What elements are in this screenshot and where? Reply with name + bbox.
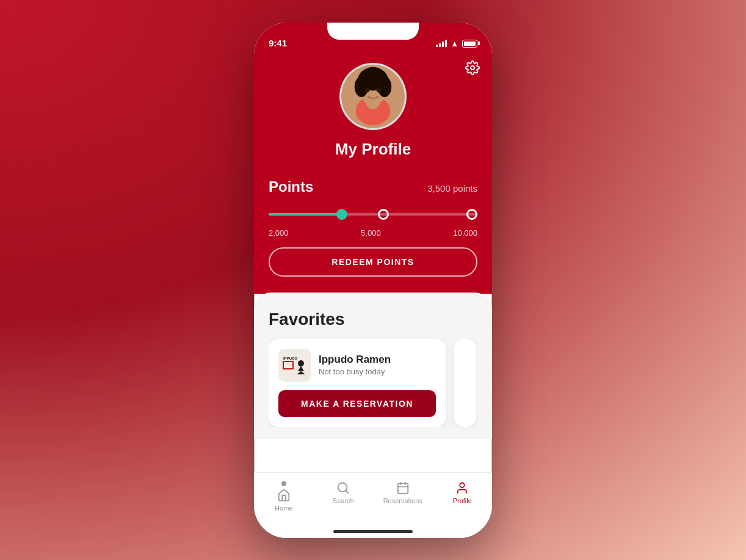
tab-search-label: Search — [333, 497, 354, 504]
avatar — [339, 63, 407, 130]
tab-bar: Home Search Reservations Profile — [254, 472, 492, 523]
milestone-label-10000: 10,000 — [453, 228, 477, 238]
favorites-title: Favorites — [269, 310, 477, 329]
favorite-card-peek — [454, 339, 476, 427]
redeem-points-button[interactable]: REDEEM POINTS — [269, 247, 477, 277]
favorites-scroll[interactable]: IPPUDO Ippudo Ramen Not too busy today — [269, 339, 477, 427]
favorite-card-ippudo: IPPUDO Ippudo Ramen Not too busy today — [269, 339, 446, 427]
milestone-5000 — [378, 209, 389, 220]
svg-point-10 — [377, 87, 382, 92]
svg-point-0 — [471, 66, 474, 70]
points-header: Points 3,500 points — [269, 178, 477, 195]
milestone-10000 — [466, 209, 477, 220]
milestone-label-2000: 2,000 — [269, 228, 289, 238]
settings-button[interactable] — [465, 60, 480, 79]
restaurant-logo-ippudo: IPPUDO — [278, 349, 311, 382]
home-icon-svg — [277, 489, 291, 502]
svg-point-15 — [298, 360, 304, 366]
restaurant-name: Ippudo Ramen — [319, 354, 391, 366]
svg-point-8 — [361, 67, 385, 82]
tab-home[interactable]: Home — [254, 479, 314, 512]
tab-search[interactable]: Search — [314, 479, 374, 504]
points-value: 3,500 points — [427, 183, 477, 194]
phone-notch — [327, 23, 419, 40]
tab-home-label: Home — [275, 504, 292, 512]
points-progress-track — [269, 205, 477, 224]
svg-point-22 — [460, 482, 465, 487]
milestone-labels: 2,000 5,000 10,000 — [269, 228, 477, 238]
scroll-content: My Profile Points 3,500 points — [254, 53, 492, 472]
points-label: Points — [269, 178, 313, 195]
svg-line-17 — [346, 490, 349, 493]
svg-rect-13 — [284, 362, 292, 368]
svg-point-9 — [365, 87, 370, 92]
track-fill — [269, 213, 342, 216]
profile-name: My Profile — [335, 140, 411, 159]
make-reservation-button[interactable]: MAKE A RESERVATION — [278, 390, 436, 417]
wifi-icon: ▲ — [451, 39, 458, 48]
tab-profile[interactable]: Profile — [433, 479, 493, 504]
tab-profile-label: Profile — [453, 497, 472, 504]
profile-header: My Profile — [254, 53, 492, 178]
milestone-label-5000: 5,000 — [361, 228, 381, 238]
milestone-dot-2000 — [336, 209, 347, 220]
home-icon — [281, 481, 286, 486]
search-icon — [336, 481, 350, 495]
restaurant-info-ippudo: Ippudo Ramen Not too busy today — [319, 354, 391, 376]
phone-frame: 9:41 ▲ — [254, 23, 492, 538]
restaurant-status: Not too busy today — [319, 367, 391, 376]
svg-rect-18 — [398, 483, 408, 493]
tab-reservations[interactable]: Reservations — [373, 479, 433, 504]
svg-text:IPPUDO: IPPUDO — [283, 357, 297, 360]
status-time: 9:41 — [269, 38, 287, 48]
tab-reservations-label: Reservations — [383, 497, 422, 504]
status-icons: ▲ — [436, 39, 477, 48]
milestone-dot-5000 — [378, 209, 389, 220]
home-indicator — [333, 530, 413, 533]
milestone-dot-10000 — [466, 209, 477, 220]
points-section: Points 3,500 points 2,000 5,000 — [254, 178, 492, 294]
signal-icon — [436, 40, 447, 47]
white-section: Favorites IPPUDO — [254, 293, 492, 439]
profile-icon — [455, 481, 469, 495]
card-top: IPPUDO Ippudo Ramen Not too busy today — [278, 349, 436, 382]
milestone-2000 — [336, 209, 347, 220]
battery-icon — [462, 40, 477, 48]
calendar-icon — [396, 481, 410, 495]
home-indicator-area — [254, 523, 492, 538]
